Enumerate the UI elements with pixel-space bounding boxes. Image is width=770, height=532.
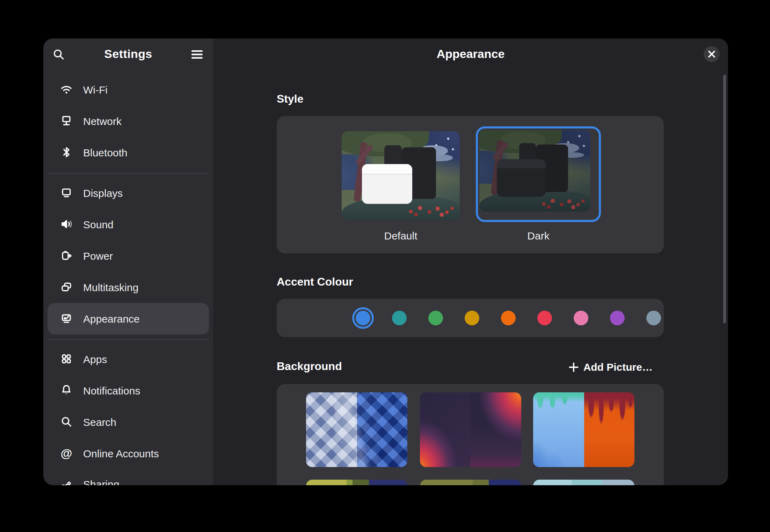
scene-waterfall [504,172,528,212]
accent-swatch-pink[interactable] [570,307,592,329]
style-option-default-label: Default [342,230,460,242]
scene-hill [479,190,590,212]
style-preview-dark [479,130,590,212]
main-panel: Appearance Style [213,38,728,485]
accent-swatch-blue[interactable] [352,307,374,329]
wallpaper-light-half [533,392,584,467]
apps-grid-icon [59,352,73,366]
scene-light-titlebar [362,164,412,174]
scene-tree-canopy [479,130,561,153]
sidebar-item-label: Online Accounts [83,447,159,459]
accent-color-blue [356,311,370,325]
scene-back-window [536,145,568,192]
speaker-icon [59,217,73,231]
scene-dark-titlebar [497,159,546,168]
scene-tree-branch [492,141,509,161]
screen: Settings Wi-Fi Network Bluetooth Display… [0,0,770,532]
sidebar-item-online-accounts[interactable]: @ Online Accounts [48,437,209,469]
scene-tree-canopy [499,132,546,149]
accent-swatch-gold[interactable] [461,307,483,329]
appearance-icon [59,311,73,325]
add-picture-button[interactable]: Add Picture… [565,358,657,376]
plus-icon [569,362,579,372]
sidebar-item-power[interactable]: Power [48,240,209,271]
accent-color-slate [646,311,661,325]
wallpaper-thumb-red-waves[interactable] [420,392,521,467]
windows-overlap-icon [59,280,73,294]
sidebar-item-label: Sharing [83,478,119,485]
background-card [277,384,664,485]
sidebar-item-apps[interactable]: Apps [48,343,209,375]
wallpaper-light-half [470,392,521,467]
wallpaper-sheen [334,392,379,467]
add-picture-label: Add Picture… [583,361,653,373]
accent-swatch-row [352,307,664,329]
accent-swatch-slate[interactable] [643,307,664,329]
hamburger-menu-icon [191,50,203,59]
sidebar-item-label: Bluetooth [83,146,128,158]
wallpaper-thumb-green-night[interactable] [420,480,521,485]
accent-swatch-orange[interactable] [497,307,519,329]
sidebar-item-network[interactable]: Network [48,105,209,136]
scene-light-window [362,164,412,204]
sidebar-item-label: Apps [83,353,107,365]
accent-colour-heading: Accent Colour [277,276,353,288]
bluetooth-icon [59,145,73,159]
accent-color-purple [610,311,625,325]
accent-color-gold [465,311,479,325]
scene-flowers [404,202,456,217]
sidebar-item-sound[interactable]: Sound [48,208,209,240]
sidebar-item-wifi[interactable]: Wi-Fi [48,74,209,105]
sidebar-item-label: Displays [83,187,123,199]
wallpaper-thumb-blue-tiles[interactable] [306,392,407,467]
sidebar-item-bluetooth[interactable]: Bluetooth [48,136,209,168]
wifi-icon [59,82,73,96]
accent-color-pink [574,311,588,325]
style-option-dark-label: Dark [476,230,601,242]
close-icon [708,50,715,58]
wallpaper-thumb-paint-drips[interactable] [533,392,634,467]
accent-swatch-purple[interactable] [606,307,628,329]
main-menu-button[interactable] [186,43,208,66]
style-option-dark[interactable] [476,126,601,222]
accent-swatch-teal[interactable] [388,307,410,329]
page-title: Appearance [213,47,728,61]
wallpaper-dark-half [420,392,470,467]
at-sign-icon: @ [59,446,73,460]
accent-swatch-green[interactable] [425,307,446,329]
scene-stars [544,132,588,156]
sidebar-divider [48,173,208,174]
sidebar-item-multitasking[interactable]: Multitasking [48,271,209,303]
scene-tree-trunk [491,139,504,195]
sidebar-item-sharing[interactable]: Sharing [48,468,209,485]
background-heading: Background [277,360,342,373]
accent-colour-card [277,299,664,337]
search-icon [59,415,73,429]
sidebar-item-label: Appearance [83,312,140,324]
wallpaper-thumb-pastel-teal[interactable] [533,480,634,485]
scene-flowers [538,195,587,209]
accent-color-red [537,311,552,325]
close-button[interactable] [704,46,720,62]
style-heading: Style [277,93,304,105]
sidebar-item-appearance[interactable]: Appearance [48,303,209,334]
sidebar-item-notifications[interactable]: Notifications [48,375,209,406]
vertical-scrollbar[interactable] [723,75,726,323]
wallpaper-thumb-olive-landscape[interactable] [306,480,407,485]
scene-cloud [551,143,580,153]
network-icon [59,114,73,128]
accent-color-teal [392,311,407,325]
sidebar-item-search[interactable]: Search [48,406,209,437]
share-nodes-icon [59,477,73,485]
sidebar-item-label: Wi-Fi [83,83,108,95]
sidebar-item-label: Power [83,250,113,261]
sidebar-item-displays[interactable]: Displays [48,177,209,208]
sidebar-item-label: Sound [83,218,114,230]
display-icon [59,186,73,200]
style-option-default[interactable] [342,131,460,220]
style-preview-dark-frame [479,130,590,212]
sidebar-item-label: Search [83,416,116,428]
settings-window: Settings Wi-Fi Network Bluetooth Display… [43,38,728,485]
accent-swatch-red[interactable] [534,307,555,329]
scene-mountain [479,151,508,184]
